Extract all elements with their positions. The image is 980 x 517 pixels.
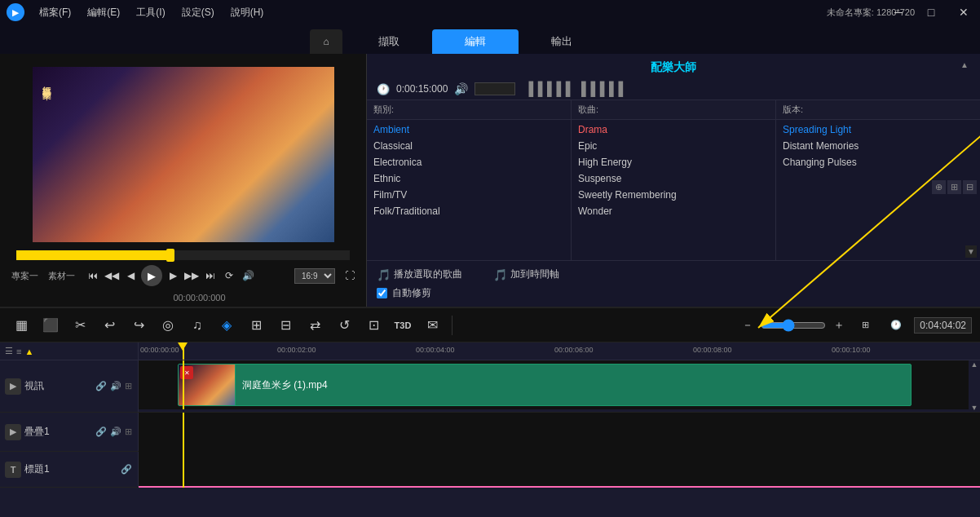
- music-tool-button[interactable]: ◈: [214, 312, 240, 338]
- motion-button[interactable]: ⇄: [302, 312, 328, 338]
- panel-scroll-up[interactable]: ▲: [960, 60, 969, 69]
- video-link-icon[interactable]: 🔗: [95, 380, 108, 392]
- menu-settings[interactable]: 設定(S): [175, 4, 221, 21]
- next-scene-button[interactable]: ⏭: [202, 267, 219, 284]
- zoom-in-button[interactable]: ＋: [831, 317, 847, 334]
- music-action-btn1[interactable]: ⊕: [932, 180, 946, 194]
- timeline-container: ☰ ≡ ▲ 00:00:00:00 00:00:02:00 00:00:04:0…: [0, 342, 980, 517]
- version-item-distant[interactable]: Distant Memories: [776, 138, 980, 154]
- video-clip[interactable]: ✕ 洞庭鱼米乡 (1).mp4: [178, 364, 912, 406]
- song-item-suspense[interactable]: Suspense: [572, 170, 775, 187]
- song-item-epic[interactable]: Epic: [572, 138, 775, 154]
- music-vol-input[interactable]: 0: [475, 82, 515, 95]
- title-link-icon[interactable]: 🔗: [120, 463, 133, 475]
- video-track-controls: 🔗 🔊 ⊞: [95, 380, 133, 392]
- song-item-sweetly[interactable]: Sweetly Remembering: [572, 187, 775, 203]
- output-tab[interactable]: 輸出: [519, 29, 605, 54]
- video-lock-icon[interactable]: ⊞: [124, 380, 133, 392]
- category-header: 類別:: [367, 100, 571, 120]
- category-item-classical[interactable]: Classical: [367, 138, 571, 154]
- timeline-options-button[interactable]: 🕐: [883, 312, 909, 338]
- menu-file[interactable]: 檔案(F): [33, 4, 77, 21]
- menu-help[interactable]: 說明(H): [224, 4, 271, 21]
- capture-tab[interactable]: 擷取: [346, 29, 432, 54]
- redo-button[interactable]: ↪: [126, 312, 152, 338]
- timeline-view-btn1[interactable]: ☰: [5, 346, 13, 356]
- ruler-mark-6s: 00:00:06:00: [554, 346, 594, 354]
- track-playhead: [183, 360, 184, 409]
- play-song-button[interactable]: 🎵 播放選取的歌曲: [377, 267, 462, 281]
- category-item-electronica[interactable]: Electronica: [367, 154, 571, 170]
- timeline-view-btn2[interactable]: ≡: [16, 347, 21, 356]
- category-item-ambient[interactable]: Ambient: [367, 122, 571, 138]
- preview-scrubber[interactable]: [16, 250, 350, 260]
- overlay-lock-icon[interactable]: ⊞: [124, 426, 133, 438]
- fast-forward-button[interactable]: ▶▶: [183, 267, 200, 284]
- music-action-btn3[interactable]: ⊟: [963, 180, 977, 194]
- music-bottom: 🎵 播放選取的歌曲 🎵 加到時間軸 自動修剪: [367, 260, 980, 307]
- zoom-out-button[interactable]: －: [739, 317, 756, 334]
- version-item-changing[interactable]: Changing Pulses: [776, 154, 980, 170]
- title-track-name: 標題1: [24, 462, 50, 476]
- next-frame-button[interactable]: ▶: [165, 267, 181, 284]
- transitions-button[interactable]: ⊞: [243, 312, 269, 338]
- add-to-timeline-button[interactable]: 🎵 加到時間軸: [493, 267, 559, 281]
- edit-tab[interactable]: 編輯: [432, 29, 519, 54]
- fit-timeline-button[interactable]: ⊞: [852, 312, 878, 338]
- prev-frame-button[interactable]: ◀: [122, 267, 139, 284]
- maximize-button[interactable]: □: [915, 0, 947, 24]
- menu-tools[interactable]: 工具(I): [130, 4, 171, 21]
- music-action-btn2[interactable]: ⊞: [947, 180, 961, 194]
- track-scroll-down[interactable]: ▼: [971, 404, 978, 412]
- song-item-drama[interactable]: Drama: [572, 122, 775, 138]
- volume-button[interactable]: 🔊: [240, 267, 256, 284]
- split-button[interactable]: ⊟: [272, 312, 298, 338]
- video-mute-icon[interactable]: 🔊: [109, 380, 122, 392]
- crop-button[interactable]: ⊡: [360, 312, 386, 338]
- play-button[interactable]: ▶: [141, 265, 162, 286]
- category-item-ethnic[interactable]: Ethnic: [367, 170, 571, 187]
- song-item-wonder[interactable]: Wonder: [572, 203, 775, 219]
- menu-edit[interactable]: 編輯(E): [81, 4, 126, 21]
- undo-button[interactable]: ↩: [96, 312, 122, 338]
- rewind-button[interactable]: ◀◀: [104, 267, 120, 284]
- clock-icon: 🕐: [377, 83, 390, 95]
- song-item-high-energy[interactable]: High Energy: [572, 154, 775, 170]
- audio-tool-button[interactable]: ♫: [184, 312, 210, 338]
- aspect-ratio-select[interactable]: 16:9 4:3 1:1: [294, 268, 335, 284]
- share-button[interactable]: ✉: [419, 312, 445, 338]
- track-scroll-up[interactable]: ▲: [971, 360, 978, 369]
- ruler-marks-area: 00:00:00:00 00:00:02:00 00:00:04:00 00:0…: [139, 342, 980, 360]
- cut-tool-button[interactable]: ✂: [67, 312, 93, 338]
- overlay-playhead: [183, 413, 184, 452]
- 3dtext-button[interactable]: T3D: [390, 312, 416, 338]
- clip-marker-icon: ✕: [184, 369, 190, 377]
- zoom-slider[interactable]: [761, 319, 826, 332]
- version-item-spreading[interactable]: Spreading Light: [776, 122, 980, 138]
- reverse-button[interactable]: ↺: [331, 312, 357, 338]
- music-scroll-down[interactable]: ▼: [965, 245, 977, 258]
- category-item-folk[interactable]: Folk/Traditional: [367, 203, 571, 219]
- video-track-row: ▶ 視訊 🔗 🔊 ⊞ ✕: [0, 360, 980, 413]
- ruler-mark-4s: 00:00:04:00: [416, 346, 455, 354]
- video-track-button[interactable]: ▦: [8, 312, 34, 338]
- loop-button[interactable]: ⟳: [221, 267, 237, 284]
- color-tool-button[interactable]: ◎: [155, 312, 181, 338]
- add-track-btn[interactable]: ▲: [24, 347, 33, 356]
- auto-trim-checkbox[interactable]: [377, 288, 387, 298]
- category-column: 類別: Ambient Classical Electronica Ethnic…: [367, 100, 572, 260]
- total-time-display: 0:04:04:02: [914, 317, 972, 334]
- fullscreen-button[interactable]: ⛶: [342, 267, 358, 284]
- prev-scene-button[interactable]: ⏮: [85, 267, 101, 284]
- home-tab[interactable]: ⌂: [310, 29, 342, 54]
- music-columns: 類別: Ambient Classical Electronica Ethnic…: [367, 100, 980, 260]
- clip-tool-button[interactable]: ⬛: [38, 312, 64, 338]
- music-panel: 配樂大師 🕐 0:00:15:000 🔊 0 ▌▌▌▌▌ ▌▌▌▌▌ ▲ 類別:…: [367, 54, 980, 307]
- scrubber-thumb[interactable]: [166, 249, 174, 262]
- overlay-mute-icon[interactable]: 🔊: [109, 426, 122, 438]
- close-button[interactable]: ✕: [947, 0, 980, 24]
- add-timeline-label: 加到時間軸: [510, 267, 559, 281]
- minimize-button[interactable]: ─: [882, 0, 915, 24]
- overlay-link-icon[interactable]: 🔗: [95, 426, 108, 438]
- category-item-filmtv[interactable]: Film/TV: [367, 187, 571, 203]
